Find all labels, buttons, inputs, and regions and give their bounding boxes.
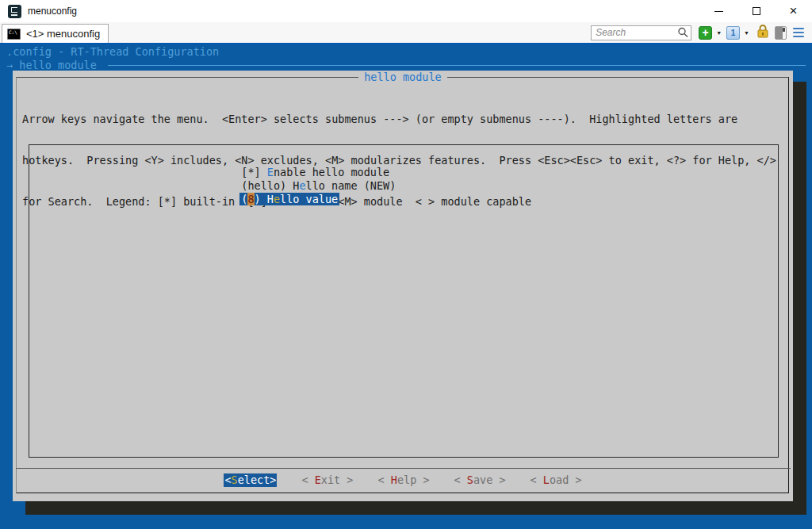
button-separator [16,468,791,469]
hotkey-letter: S [467,473,473,486]
close-button[interactable]: × [775,0,812,22]
tab-label: <1> menuconfig [26,28,100,40]
save-button[interactable]: < Save > [454,473,506,487]
dialog-shadow [793,82,806,515]
menu-item-hello-name[interactable]: (hello) Hello name (NEW) [29,166,778,179]
dialog-title: hello module [13,71,793,84]
hotkey-letter: S [232,473,238,486]
chevron-down-icon[interactable]: ▼ [716,30,722,36]
hamburger-menu-icon[interactable] [793,28,804,38]
dialog-buttons: <Select> < Exit > < Help > < Save > < Lo… [13,473,793,487]
search-box [591,25,691,40]
hotkey-letter: e [274,193,280,205]
scroll-panel-button[interactable] [775,26,787,40]
load-button[interactable]: < Load > [530,473,582,487]
new-console-button[interactable]: + [699,26,712,40]
minimize-icon [714,11,723,12]
help-button[interactable]: < Help > [377,473,429,487]
caption-buttons: × [700,0,812,22]
chevron-down-icon[interactable]: ▼ [744,30,749,36]
minimize-button[interactable] [700,0,737,22]
hotkey-letter: e [299,179,305,192]
hotkey-letter: L [543,473,550,486]
app-icon-glyph [11,7,17,13]
console-icon: C:\ [7,29,21,40]
menu-list: [*] Enable hello module (hello) Hello na… [29,144,779,458]
config-path-line: .config - RT-Thread Configuration [6,45,219,59]
instructions-line: Arrow keys navigate the menu. <Enter> se… [22,113,776,126]
window-title: menuconfig [28,6,77,17]
search-input[interactable] [592,27,677,39]
maximize-button[interactable] [737,0,775,22]
hotkey-letter: E [315,473,321,486]
titlebar: menuconfig × [0,0,812,22]
search-icon [677,27,688,38]
menuconfig-dialog: hello module Arrow keys navigate the men… [13,71,793,501]
close-icon: × [790,4,798,17]
hotkey-letter: E [267,166,274,178]
selected-menu-item: (8) Hello value [239,193,339,205]
app-icon [8,5,21,18]
conemu-window: menuconfig × C:\ <1> menuconfig [0,0,812,529]
terminal: .config - RT-Thread Configuration → hell… [0,44,812,529]
tab-menuconfig[interactable]: C:\ <1> menuconfig [2,24,109,43]
menu-item-enable-hello-module[interactable]: [*] Enable hello module [29,152,778,166]
text-cursor: 8 [247,193,254,205]
menu-item-hello-value[interactable]: (8) Hello value [29,179,778,193]
window-list-button[interactable]: 1 [726,26,740,40]
tabbar: C:\ <1> menuconfig + ▼ 1 ▼ [0,22,812,44]
hotkey-letter: H [391,473,397,486]
exit-button[interactable]: < Exit > [301,473,353,487]
select-button[interactable]: <Select> [224,473,277,487]
dialog-shadow [25,501,793,515]
lock-icon[interactable] [756,24,770,42]
maximize-icon [753,7,760,15]
